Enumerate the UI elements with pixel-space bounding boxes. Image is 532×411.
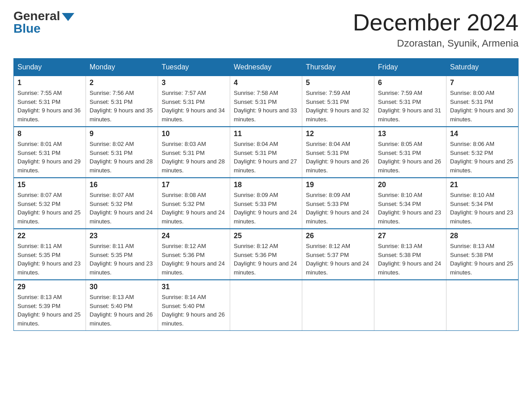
sunset-label: Sunset: 5:35 PM [17,252,60,258]
calendar-week-row: 22 Sunrise: 8:11 AM Sunset: 5:35 PM Dayl… [14,229,519,280]
sunset-label: Sunset: 5:31 PM [378,150,421,156]
sunset-label: Sunset: 5:35 PM [90,252,133,258]
page-header: General Blue December 2024 Dzorastan, Sy… [13,9,519,49]
day-number: 30 [90,283,154,291]
table-row: 28 Sunrise: 8:13 AM Sunset: 5:38 PM Dayl… [446,229,519,280]
sunrise-label: Sunrise: 8:10 AM [450,192,494,198]
table-row: 9 Sunrise: 8:02 AM Sunset: 5:31 PM Dayli… [86,127,158,178]
day-number: 6 [378,79,442,87]
table-row: 8 Sunrise: 8:01 AM Sunset: 5:31 PM Dayli… [14,127,86,178]
daylight-label: Daylight: 9 hours and 24 minutes. [234,260,297,276]
table-row: 16 Sunrise: 8:07 AM Sunset: 5:32 PM Dayl… [86,178,158,229]
day-number: 16 [90,181,154,189]
table-row: 5 Sunrise: 7:59 AM Sunset: 5:31 PM Dayli… [302,76,374,127]
logo: General Blue [13,9,74,36]
day-number: 14 [450,130,515,138]
sunrise-label: Sunrise: 8:13 AM [17,294,62,300]
table-row: 21 Sunrise: 8:10 AM Sunset: 5:34 PM Dayl… [446,178,519,229]
day-number: 4 [234,79,298,87]
col-saturday: Saturday [446,59,519,76]
day-number: 15 [17,181,82,189]
day-info: Sunrise: 8:00 AM Sunset: 5:31 PM Dayligh… [450,89,515,124]
table-row: 23 Sunrise: 8:11 AM Sunset: 5:35 PM Dayl… [86,229,158,280]
sunrise-label: Sunrise: 8:07 AM [90,192,134,198]
day-number: 23 [90,232,154,240]
sunset-label: Sunset: 5:31 PM [17,150,60,156]
day-info: Sunrise: 7:57 AM Sunset: 5:31 PM Dayligh… [162,89,226,124]
table-row: 26 Sunrise: 8:12 AM Sunset: 5:37 PM Dayl… [302,229,374,280]
sunset-label: Sunset: 5:31 PM [234,150,277,156]
col-friday: Friday [374,59,446,76]
day-info: Sunrise: 7:59 AM Sunset: 5:31 PM Dayligh… [306,89,370,124]
table-row: 17 Sunrise: 8:08 AM Sunset: 5:32 PM Dayl… [158,178,230,229]
table-row: 27 Sunrise: 8:13 AM Sunset: 5:38 PM Dayl… [374,229,446,280]
table-row: 31 Sunrise: 8:14 AM Sunset: 5:40 PM Dayl… [158,280,230,331]
sunset-label: Sunset: 5:32 PM [90,201,133,207]
day-number: 19 [306,181,370,189]
day-number: 24 [162,232,226,240]
table-row: 20 Sunrise: 8:10 AM Sunset: 5:34 PM Dayl… [374,178,446,229]
daylight-label: Daylight: 9 hours and 31 minutes. [378,107,441,123]
table-row: 2 Sunrise: 7:56 AM Sunset: 5:31 PM Dayli… [86,76,158,127]
day-number: 7 [450,79,515,87]
day-number: 2 [90,79,154,87]
sunset-label: Sunset: 5:31 PM [450,98,493,105]
sunrise-label: Sunrise: 7:57 AM [162,90,206,96]
table-row: 30 Sunrise: 8:13 AM Sunset: 5:40 PM Dayl… [86,280,158,331]
daylight-label: Daylight: 9 hours and 36 minutes. [17,107,81,123]
day-info: Sunrise: 8:13 AM Sunset: 5:38 PM Dayligh… [450,242,515,277]
sunset-label: Sunset: 5:31 PM [378,98,421,105]
day-info: Sunrise: 8:09 AM Sunset: 5:33 PM Dayligh… [306,191,370,226]
col-sunday: Sunday [14,59,86,76]
sunset-label: Sunset: 5:31 PM [306,150,349,156]
daylight-label: Daylight: 9 hours and 26 minutes. [90,311,153,327]
title-block: December 2024 Dzorastan, Syunik, Armenia [353,9,519,49]
sunrise-label: Sunrise: 8:04 AM [234,141,278,147]
sunrise-label: Sunrise: 8:12 AM [306,243,350,249]
sunrise-label: Sunrise: 8:01 AM [17,141,62,147]
day-info: Sunrise: 8:04 AM Sunset: 5:31 PM Dayligh… [306,140,370,175]
day-info: Sunrise: 8:11 AM Sunset: 5:35 PM Dayligh… [17,242,82,277]
table-row: 10 Sunrise: 8:03 AM Sunset: 5:31 PM Dayl… [158,127,230,178]
sunset-label: Sunset: 5:34 PM [378,201,421,207]
sunset-label: Sunset: 5:36 PM [162,252,205,258]
table-row: 29 Sunrise: 8:13 AM Sunset: 5:39 PM Dayl… [14,280,86,331]
sunrise-label: Sunrise: 8:09 AM [306,192,350,198]
table-row: 15 Sunrise: 8:07 AM Sunset: 5:32 PM Dayl… [14,178,86,229]
day-number: 8 [17,130,82,138]
day-number: 26 [306,232,370,240]
sunrise-label: Sunrise: 8:12 AM [234,243,278,249]
sunset-label: Sunset: 5:33 PM [306,201,349,207]
day-number: 22 [17,232,82,240]
daylight-label: Daylight: 9 hours and 25 minutes. [17,311,81,327]
calendar-week-row: 15 Sunrise: 8:07 AM Sunset: 5:32 PM Dayl… [14,178,519,229]
table-row [302,280,374,331]
table-row: 19 Sunrise: 8:09 AM Sunset: 5:33 PM Dayl… [302,178,374,229]
day-info: Sunrise: 8:02 AM Sunset: 5:31 PM Dayligh… [90,140,154,175]
day-number: 13 [378,130,442,138]
day-info: Sunrise: 8:12 AM Sunset: 5:36 PM Dayligh… [162,242,226,277]
sunset-label: Sunset: 5:31 PM [306,98,349,105]
day-info: Sunrise: 8:08 AM Sunset: 5:32 PM Dayligh… [162,191,226,226]
daylight-label: Daylight: 9 hours and 33 minutes. [234,107,297,123]
day-info: Sunrise: 8:10 AM Sunset: 5:34 PM Dayligh… [378,191,442,226]
sunrise-label: Sunrise: 8:08 AM [162,192,206,198]
sunrise-label: Sunrise: 7:59 AM [306,90,350,96]
sunrise-label: Sunrise: 8:03 AM [162,141,206,147]
table-row: 22 Sunrise: 8:11 AM Sunset: 5:35 PM Dayl… [14,229,86,280]
sunset-label: Sunset: 5:32 PM [162,201,205,207]
sunrise-label: Sunrise: 8:04 AM [306,141,350,147]
sunrise-label: Sunrise: 8:06 AM [450,141,494,147]
day-info: Sunrise: 8:13 AM Sunset: 5:38 PM Dayligh… [378,242,442,277]
day-number: 18 [234,181,298,189]
table-row: 24 Sunrise: 8:12 AM Sunset: 5:36 PM Dayl… [158,229,230,280]
col-thursday: Thursday [302,59,374,76]
daylight-label: Daylight: 9 hours and 23 minutes. [90,260,153,276]
col-monday: Monday [86,59,158,76]
sunset-label: Sunset: 5:38 PM [378,252,421,258]
calendar-week-row: 1 Sunrise: 7:55 AM Sunset: 5:31 PM Dayli… [14,76,519,127]
daylight-label: Daylight: 9 hours and 24 minutes. [162,260,225,276]
sunrise-label: Sunrise: 8:00 AM [450,90,494,96]
sunrise-label: Sunrise: 8:12 AM [162,243,206,249]
day-number: 27 [378,232,442,240]
